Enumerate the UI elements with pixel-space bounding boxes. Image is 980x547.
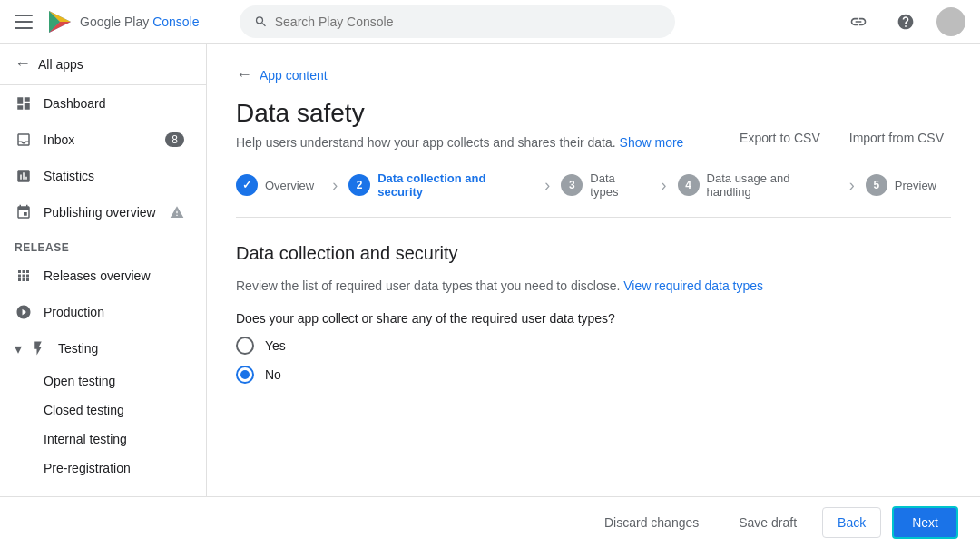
sidebar-item-inbox[interactable]: Inbox 8	[0, 122, 199, 158]
step-overview[interactable]: ✓ Overview	[236, 171, 328, 200]
sidebar-item-pre-registration[interactable]: Pre-registration	[0, 454, 206, 483]
radio-option-no[interactable]: No	[236, 366, 951, 384]
sidebar-item-releases-overview[interactable]: Releases overview	[0, 258, 199, 294]
search-container	[240, 5, 675, 38]
view-required-link[interactable]: View required data types	[623, 278, 763, 293]
section-title: Data collection and security	[236, 243, 951, 264]
inbox-icon	[15, 131, 33, 149]
export-csv-button[interactable]: Export to CSV	[732, 127, 828, 149]
main-layout: ← All apps Dashboard Inbox 8 Statistics	[0, 44, 980, 496]
sidebar-item-dashboard[interactable]: Dashboard	[0, 85, 199, 122]
sidebar-item-inbox-label: Inbox	[44, 132, 154, 147]
app-title: Google Play Console	[80, 15, 200, 29]
radio-no-inner	[240, 370, 250, 379]
import-csv-button[interactable]: Import from CSV	[842, 127, 951, 149]
show-more-link[interactable]: Show more	[620, 135, 684, 150]
bottom-bar: Discard changes Save draft Back Next	[0, 496, 980, 547]
app-logo: Google Play Console	[47, 9, 200, 34]
sidebar-item-publishing-label: Publishing overview	[44, 205, 159, 220]
sidebar-item-closed-testing[interactable]: Closed testing	[0, 396, 206, 425]
publishing-icon	[15, 203, 33, 221]
back-button[interactable]: Back	[822, 507, 881, 538]
top-actions: Export to CSV Import from CSV	[732, 127, 951, 149]
avatar[interactable]	[936, 7, 965, 36]
releases-icon	[15, 267, 33, 285]
search-input[interactable]	[275, 15, 661, 29]
search-icon	[254, 15, 268, 29]
radio-no-label: No	[265, 367, 281, 382]
sidebar-item-dashboard-label: Dashboard	[44, 96, 184, 111]
step-overview-circle: ✓	[236, 174, 258, 196]
all-apps-nav[interactable]: ← All apps	[0, 44, 206, 85]
logo-icon	[47, 9, 73, 34]
breadcrumb: ← App content	[236, 65, 951, 84]
menu-icon[interactable]	[15, 11, 36, 33]
help-icon-btn[interactable]	[889, 5, 922, 38]
radio-yes-label: Yes	[265, 338, 286, 353]
question-text: Does your app collect or share any of th…	[236, 311, 951, 326]
step-overview-label: Overview	[265, 179, 314, 192]
sidebar: ← All apps Dashboard Inbox 8 Statistics	[0, 44, 207, 496]
save-draft-button[interactable]: Save draft	[724, 508, 811, 537]
step-data-usage[interactable]: 4 Data usage and handling	[671, 168, 846, 202]
step-data-collection[interactable]: 2 Data collection and security	[341, 168, 541, 202]
sidebar-item-publishing-overview[interactable]: Publishing overview	[0, 194, 199, 230]
release-section-header: Release	[0, 230, 206, 258]
sidebar-item-testing-row[interactable]: ▾ Testing	[0, 330, 206, 366]
step-data-usage-label: Data usage and handling	[707, 171, 831, 199]
steps-container: ✓ Overview › 2 Data collection and secur…	[236, 168, 951, 218]
sidebar-item-testing-label: Testing	[58, 341, 184, 356]
production-icon	[15, 303, 33, 321]
step-data-collection-circle: 2	[348, 174, 370, 196]
step-sep-3: ›	[662, 176, 667, 195]
link-icon	[849, 13, 867, 31]
sidebar-item-production-label: Production	[44, 305, 184, 319]
publishing-warning-icon	[170, 205, 184, 220]
topbar-right	[842, 5, 965, 38]
testing-expand-icon: ▾	[0, 333, 22, 365]
step-data-types[interactable]: 3 Data types	[554, 168, 657, 202]
sidebar-item-releases-label: Releases overview	[44, 269, 184, 283]
dashboard-icon	[15, 94, 33, 112]
sidebar-item-testing[interactable]: Testing	[22, 330, 199, 366]
link-icon-btn[interactable]	[842, 5, 875, 38]
section-description: Review the list of required user data ty…	[236, 278, 951, 293]
testing-icon	[29, 339, 47, 357]
step-preview[interactable]: 5 Preview	[858, 171, 951, 200]
search-box[interactable]	[240, 5, 675, 38]
sidebar-item-open-testing[interactable]: Open testing	[0, 366, 206, 396]
next-button[interactable]: Next	[892, 506, 958, 539]
step-data-types-circle: 3	[561, 174, 583, 196]
inbox-badge: 8	[165, 132, 184, 147]
sidebar-item-internal-testing[interactable]: Internal testing	[0, 425, 206, 454]
main-content: Export to CSV Import from CSV ← App cont…	[207, 44, 980, 496]
all-apps-label: All apps	[38, 57, 83, 72]
radio-no-outer	[236, 366, 254, 384]
breadcrumb-link[interactable]: App content	[260, 68, 328, 83]
step-data-types-label: Data types	[590, 171, 642, 199]
step-data-collection-label: Data collection and security	[377, 171, 526, 199]
radio-yes-outer	[236, 337, 254, 355]
help-icon	[897, 13, 915, 31]
radio-option-yes[interactable]: Yes	[236, 337, 951, 355]
discard-changes-button[interactable]: Discard changes	[590, 508, 713, 537]
step-preview-circle: 5	[866, 174, 887, 196]
statistics-icon	[15, 167, 33, 185]
sidebar-item-statistics[interactable]: Statistics	[0, 158, 199, 194]
sidebar-item-production[interactable]: Production	[0, 294, 199, 330]
step-sep-1: ›	[332, 176, 338, 195]
step-data-usage-circle: 4	[678, 174, 700, 196]
step-preview-label: Preview	[895, 179, 936, 192]
sidebar-item-statistics-label: Statistics	[44, 169, 184, 183]
back-arrow-icon: ←	[15, 54, 31, 73]
page-title: Data safety	[236, 99, 951, 128]
topbar: Google Play Console	[0, 0, 980, 44]
breadcrumb-back-icon: ←	[236, 65, 252, 84]
step-sep-2: ›	[544, 176, 550, 195]
step-sep-4: ›	[849, 176, 855, 195]
